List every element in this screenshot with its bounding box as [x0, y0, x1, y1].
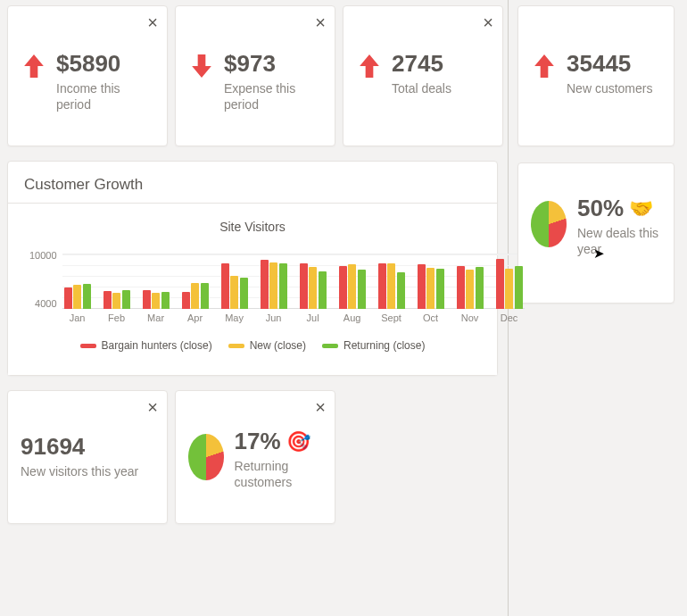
bar [358, 270, 366, 309]
x-tick: Apr [187, 312, 203, 325]
stat-card-new-deals: 50% 🤝 New deals this year ➤ [517, 162, 675, 304]
bar [269, 262, 277, 309]
close-icon[interactable]: × [147, 13, 158, 31]
top-stats-row: × $5890 Income this period × [7, 5, 504, 146]
bar [378, 263, 386, 309]
legend-swatch [228, 344, 244, 348]
bar-group: Jan [62, 255, 93, 325]
x-tick: Mar [147, 312, 164, 325]
arrow-up-icon [21, 51, 47, 81]
close-icon[interactable]: × [315, 398, 326, 416]
legend-label: New (close) [250, 339, 306, 352]
bar [221, 263, 229, 309]
pie-icon [531, 201, 567, 247]
arrow-up-icon [356, 51, 383, 81]
x-tick: May [225, 312, 244, 325]
bar [261, 260, 269, 309]
stat-card-returning: × 17% 🎯 Returning customers [175, 390, 335, 524]
bar [191, 283, 199, 309]
stat-card-deals: × 2745 Total deals [343, 5, 503, 146]
bar-group: Jul [298, 255, 328, 325]
bar-chart: 10000 4000 JanFebMarAprMayJunJulAugSeptO… [29, 245, 476, 325]
bar [436, 269, 444, 309]
bar-group: Nov [455, 255, 485, 325]
y-tick: 10000 [29, 250, 57, 261]
x-tick: Jun [266, 312, 282, 325]
bar-group: Sept [377, 255, 407, 325]
bar [161, 292, 170, 309]
handshake-icon: 🤝 [629, 199, 653, 219]
x-tick: Aug [344, 312, 361, 325]
close-icon[interactable]: × [315, 13, 326, 31]
income-value: $5890 [56, 51, 154, 77]
bar [457, 266, 465, 309]
new-deals-value: 50% [577, 196, 624, 221]
x-tick: Jul [307, 312, 319, 325]
bar [319, 271, 327, 309]
stat-card-new-visitors: × 91694 New visitors this year [7, 390, 168, 524]
legend-item: Bargain hunters (close) [80, 339, 212, 352]
bar [505, 269, 513, 309]
chart-legend: Bargain hunters (close)New (close)Return… [29, 339, 476, 352]
stat-card-income: × $5890 Income this period [7, 5, 168, 146]
deals-value: 2745 [392, 51, 451, 77]
x-tick: Nov [461, 312, 479, 325]
bar-group: Aug [337, 255, 368, 325]
legend-label: Bargain hunters (close) [102, 339, 212, 352]
y-tick: 4000 [35, 298, 56, 309]
bar [143, 290, 151, 309]
x-tick: Dec [501, 312, 518, 325]
close-icon[interactable]: × [147, 398, 158, 416]
target-icon: 🎯 [286, 432, 310, 452]
bar [309, 267, 317, 309]
card-title: Customer Growth [8, 162, 497, 204]
bar [201, 283, 209, 309]
bar [103, 291, 112, 309]
chart-title: Site Visitors [29, 220, 476, 234]
legend-swatch [80, 344, 96, 348]
bar [112, 293, 120, 309]
returning-label: Returning customers [235, 458, 322, 492]
arrow-down-icon [188, 51, 215, 81]
bar-group: Feb [102, 255, 132, 325]
bar [426, 268, 435, 309]
bar [122, 290, 130, 309]
x-tick: Oct [423, 312, 438, 325]
new-customers-label: New customers [567, 80, 652, 97]
bar [466, 270, 474, 309]
bar [240, 278, 248, 309]
bar [418, 264, 426, 309]
legend-item: New (close) [228, 339, 306, 352]
bar [83, 284, 91, 309]
x-tick: Sept [381, 312, 401, 325]
income-label: Income this period [56, 80, 154, 114]
arrow-up-icon [531, 51, 558, 81]
new-deals-label: New deals this year [577, 225, 661, 259]
bar [182, 292, 190, 309]
bar [397, 272, 405, 309]
bar [339, 266, 347, 309]
bar [73, 285, 81, 309]
y-axis: 10000 4000 [29, 250, 62, 309]
expense-label: Expense this period [224, 80, 322, 114]
new-visitors-value: 91694 [21, 434, 138, 460]
expense-value: $973 [224, 51, 322, 77]
stat-card-expense: × $973 Expense this period [175, 5, 335, 146]
bar [64, 287, 72, 309]
bar-group: Oct [416, 255, 446, 325]
bar [152, 293, 160, 309]
bar [387, 263, 395, 309]
bar [279, 263, 287, 309]
close-icon[interactable]: × [483, 13, 493, 31]
x-tick: Jan [70, 312, 86, 325]
bar [515, 266, 523, 309]
stat-card-new-customers: 35445 New customers [517, 5, 675, 146]
bar [476, 267, 484, 309]
new-visitors-label: New visitors this year [21, 463, 138, 480]
legend-swatch [322, 344, 338, 348]
bar [348, 264, 356, 309]
bar-group: Dec [494, 255, 525, 325]
legend-label: Returning (close) [344, 339, 425, 352]
returning-value: 17% [235, 429, 281, 454]
new-customers-value: 35445 [567, 51, 652, 77]
